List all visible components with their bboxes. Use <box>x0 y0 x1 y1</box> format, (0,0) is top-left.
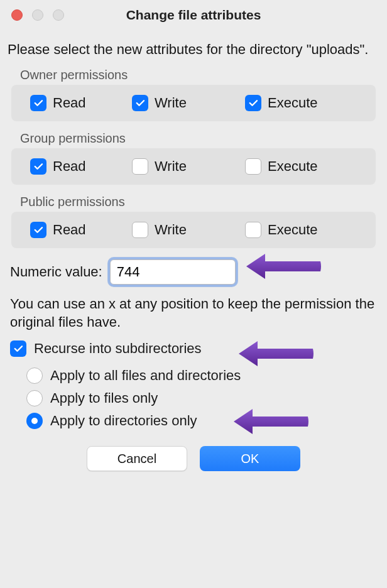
annotation-arrow-icon <box>246 251 322 282</box>
radio-unchecked-icon[interactable] <box>26 368 43 384</box>
help-text: You can use an x at any position to keep… <box>8 288 379 340</box>
radio-unchecked-icon[interactable] <box>26 390 43 406</box>
public-execute-label: Execute <box>268 222 318 238</box>
minimize-icon <box>32 9 43 21</box>
public-read-label: Read <box>53 222 86 238</box>
public-write[interactable]: Write <box>132 222 245 238</box>
owner-write[interactable]: Write <box>132 95 245 111</box>
group-permissions-box: Read Write Execute <box>11 148 376 185</box>
checkbox-unchecked-icon[interactable] <box>132 222 148 238</box>
intro-text: Please select the new attributes for the… <box>8 40 379 59</box>
titlebar: Change file attributes <box>0 0 387 30</box>
group-write[interactable]: Write <box>132 158 245 175</box>
apply-all-radio[interactable]: Apply to all files and directories <box>26 364 379 387</box>
apply-files-label: Apply to files only <box>50 390 158 406</box>
window-title: Change file attributes <box>9 8 378 23</box>
apply-dirs-radio[interactable]: Apply to directories only <box>26 410 379 432</box>
close-icon[interactable] <box>11 9 23 21</box>
owner-write-label: Write <box>155 95 187 111</box>
owner-read-label: Read <box>53 95 86 111</box>
cancel-button[interactable]: Cancel <box>87 446 187 471</box>
apply-files-radio[interactable]: Apply to files only <box>26 387 379 410</box>
ok-button[interactable]: OK <box>200 446 300 471</box>
zoom-icon <box>53 9 64 21</box>
apply-all-label: Apply to all files and directories <box>50 368 241 384</box>
numeric-value-label: Numeric value: <box>10 264 102 280</box>
group-execute[interactable]: Execute <box>245 158 318 175</box>
owner-read[interactable]: Read <box>19 95 132 111</box>
owner-execute[interactable]: Execute <box>245 95 318 111</box>
checkbox-checked-icon[interactable] <box>30 95 46 111</box>
checkbox-unchecked-icon[interactable] <box>245 222 261 238</box>
group-execute-label: Execute <box>268 158 318 175</box>
checkbox-checked-icon[interactable] <box>30 158 46 175</box>
checkbox-checked-icon[interactable] <box>132 95 148 111</box>
checkbox-checked-icon[interactable] <box>10 340 26 357</box>
numeric-value-input[interactable] <box>110 259 236 285</box>
public-write-label: Write <box>155 222 187 238</box>
group-write-label: Write <box>155 158 187 175</box>
checkbox-unchecked-icon[interactable] <box>132 158 148 175</box>
apply-radio-group: Apply to all files and directories Apply… <box>8 362 379 432</box>
owner-permissions-label: Owner permissions <box>8 64 379 85</box>
recurse-label: Recurse into subdirectories <box>34 340 202 357</box>
owner-execute-label: Execute <box>268 95 318 111</box>
public-read[interactable]: Read <box>19 222 132 238</box>
owner-permissions-box: Read Write Execute <box>11 85 376 121</box>
public-permissions-label: Public permissions <box>8 191 379 212</box>
recurse-checkbox-row[interactable]: Recurse into subdirectories <box>8 340 379 362</box>
dialog-buttons: Cancel OK <box>8 432 379 471</box>
group-read[interactable]: Read <box>19 158 132 175</box>
checkbox-checked-icon[interactable] <box>245 95 261 111</box>
public-execute[interactable]: Execute <box>245 222 318 238</box>
apply-dirs-label: Apply to directories only <box>50 413 197 429</box>
group-read-label: Read <box>53 158 86 175</box>
public-permissions-box: Read Write Execute <box>11 212 376 248</box>
checkbox-checked-icon[interactable] <box>30 222 46 238</box>
group-permissions-label: Group permissions <box>8 128 379 148</box>
numeric-value-row: Numeric value: <box>8 254 379 288</box>
window-controls <box>11 9 64 21</box>
radio-selected-icon[interactable] <box>26 413 43 429</box>
checkbox-unchecked-icon[interactable] <box>245 158 261 175</box>
